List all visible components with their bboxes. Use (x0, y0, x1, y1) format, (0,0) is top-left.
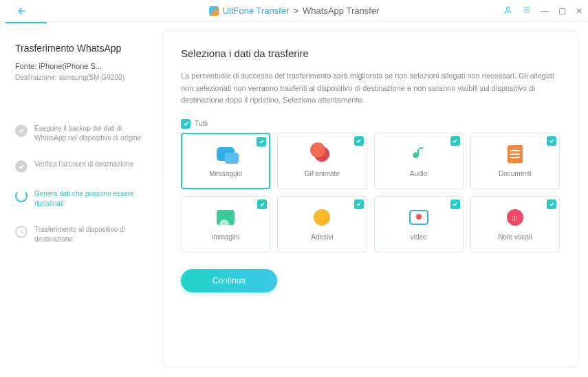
step-4: Trasferimento al dispositivo di destinaz… (15, 225, 149, 244)
check-icon (15, 160, 28, 173)
step-1: Eseguire il backup dei dati di WhatsApp … (15, 124, 149, 143)
sidebar-subtitle: Fonte: iPhone(iPhone S... Destinazione: … (15, 61, 149, 83)
window-controls: — ▢ ✕ (503, 6, 582, 17)
svg-point-0 (506, 7, 509, 10)
card-label: Gif animate (305, 170, 340, 177)
card-stickers[interactable]: Adesivi (277, 196, 367, 252)
title-center: UltFone Transfer > WhatsApp Transfer (209, 6, 380, 16)
card-checkbox[interactable] (257, 200, 267, 209)
dest-label: Destinazione: samsung(SM-G9200) (15, 72, 149, 83)
card-video[interactable]: video (374, 196, 464, 252)
step-text: Trasferimento al dispositivo di destinaz… (34, 225, 144, 244)
card-voice-notes[interactable]: Note vocali (470, 196, 560, 252)
steps-list: Eseguire il backup dei dati di WhatsApp … (15, 124, 149, 244)
section-name: WhatsApp Transfer (303, 6, 379, 16)
app-logo-icon (209, 6, 219, 16)
step-text: Eseguire il backup dei dati di WhatsApp … (34, 124, 144, 143)
card-checkbox[interactable] (354, 200, 364, 209)
card-label: Audio (410, 170, 428, 177)
card-checkbox[interactable] (450, 200, 460, 209)
card-label: immagini (212, 233, 239, 241)
card-label: Note vocali (498, 233, 532, 241)
sidebar: Trasferimento WhatsApp Fonte: iPhone(iPh… (10, 30, 154, 367)
select-all-label: Tutti (195, 120, 208, 127)
data-type-grid: Messaggio Gif animate Audio Documenti (181, 133, 560, 252)
step-2: Verifica l'account di destinazione (15, 160, 149, 173)
card-message[interactable]: Messaggio (181, 133, 270, 189)
card-images[interactable]: immagini (181, 196, 270, 252)
close-button[interactable]: ✕ (576, 6, 582, 16)
step-text: Verifica l'account di destinazione (34, 160, 133, 169)
sticker-icon (312, 207, 332, 228)
card-checkbox[interactable] (450, 136, 460, 146)
continue-button[interactable]: Continua (181, 269, 277, 292)
card-checkbox[interactable] (354, 136, 364, 146)
menu-icon[interactable] (522, 6, 531, 17)
page-desc: La percentuale di successo del trasferim… (181, 70, 560, 107)
sidebar-title: Trasferimento WhatsApp (15, 43, 149, 54)
clock-icon (15, 226, 28, 238)
card-gif[interactable]: Gif animate (277, 133, 367, 189)
user-icon[interactable] (503, 6, 512, 17)
source-label: Fonte: iPhone(iPhone S... (15, 61, 149, 72)
maximize-button[interactable]: ▢ (558, 6, 566, 16)
breadcrumb-sep: > (293, 6, 298, 16)
document-icon (505, 144, 525, 164)
select-all-checkbox[interactable] (181, 119, 190, 129)
card-checkbox[interactable] (257, 137, 266, 147)
video-icon (409, 207, 429, 228)
card-label: Messaggio (209, 170, 242, 177)
main-panel: Seleziona i dati da trasferire La percen… (162, 30, 578, 367)
card-label: Adesivi (311, 233, 333, 241)
titlebar: UltFone Transfer > WhatsApp Transfer — ▢… (0, 0, 588, 22)
card-documents[interactable]: Documenti (470, 133, 560, 189)
minimize-button[interactable]: — (541, 6, 549, 16)
card-checkbox[interactable] (547, 136, 556, 146)
voice-icon (505, 207, 525, 228)
check-icon (15, 125, 28, 137)
audio-icon (409, 144, 429, 164)
step-text: Genera dati che possono essere ripristin… (34, 189, 144, 208)
back-button[interactable] (14, 3, 30, 19)
message-icon (215, 144, 236, 164)
step-3: Genera dati che possono essere ripristin… (15, 189, 149, 208)
app-name: UltFone Transfer (223, 6, 290, 16)
gif-icon (312, 144, 332, 164)
card-audio[interactable]: Audio (374, 133, 464, 189)
page-heading: Seleziona i dati da trasferire (181, 47, 560, 59)
spinner-icon (15, 190, 28, 202)
card-checkbox[interactable] (547, 200, 556, 209)
image-icon (215, 207, 236, 228)
card-label: Documenti (499, 170, 532, 177)
card-label: video (411, 233, 427, 241)
select-all-row[interactable]: Tutti (181, 119, 560, 129)
